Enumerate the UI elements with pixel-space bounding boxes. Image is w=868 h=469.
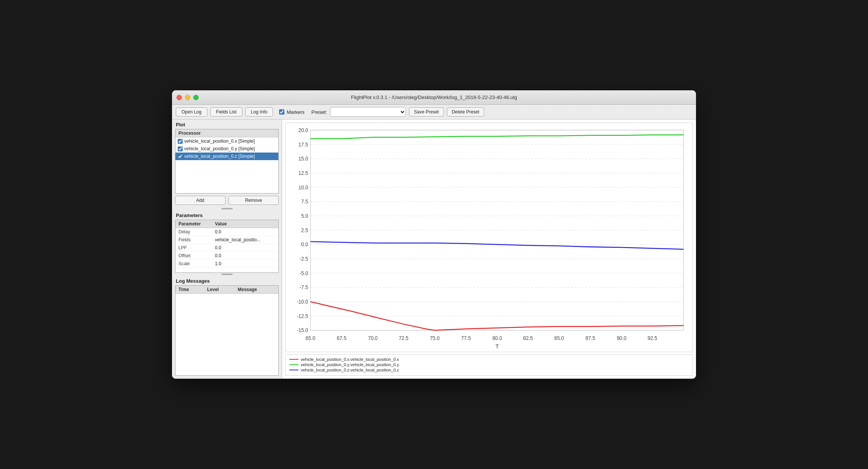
plot-section: Plot Processor vehicle_local_position_0.… [172,120,282,207]
legend-line-blue [289,370,298,370]
left-panel: Plot Processor vehicle_local_position_0.… [172,120,282,379]
save-preset-button[interactable]: Save Preset [409,107,443,116]
params-table-container: Parameter Value Delay0.0Fieldsvehicle_lo… [175,220,279,273]
markers-label: Markers [287,109,305,115]
right-panel: 20.0 17.5 15.0 12.5 10.0 7.5 5.0 2.5 0.0… [282,120,696,379]
legend-row-green: vehicle_local_position_0.y:vehicle_local… [289,362,399,367]
item-label-0: vehicle_local_position_0.x [Simple] [184,138,255,144]
list-item[interactable]: vehicle_local_position_0.z [Simple] [175,153,278,160]
svg-text:70.0: 70.0 [368,335,377,341]
delete-preset-button[interactable]: Delete Preset [447,107,485,116]
svg-text:80.0: 80.0 [492,335,502,341]
svg-text:-2.5: -2.5 [300,256,308,262]
add-button[interactable]: Add [175,196,226,205]
message-col-header: Message [235,286,278,294]
svg-text:-15.0: -15.0 [297,327,308,333]
param-name: Fields [175,236,212,244]
param-value: 0.0 [212,228,278,236]
parameters-section: Parameters Parameter Value Delay0.0Field… [172,210,282,273]
legend-row-red: vehicle_local_position_0.x:vehicle_local… [289,357,689,362]
open-log-button[interactable]: Open Log [176,107,207,116]
remove-button[interactable]: Remove [229,196,279,205]
log-messages-header: Log Messages [172,276,282,285]
log-table: Time Level Message [175,286,278,294]
svg-text:-7.5: -7.5 [300,285,308,290]
svg-text:85.0: 85.0 [554,335,564,341]
svg-text:77.5: 77.5 [461,335,471,341]
svg-text:20.0: 20.0 [298,127,308,133]
svg-text:90.0: 90.0 [617,335,626,341]
markers-area: Markers [279,109,305,115]
params-table: Parameter Value Delay0.0Fieldsvehicle_lo… [175,220,278,268]
table-row: Scale1.0 [175,260,278,268]
legend-row-blue: vehicle_local_position_0.z:vehicle_local… [289,368,689,372]
svg-text:-10.0: -10.0 [297,299,308,305]
table-row: LPF0.0 [175,244,278,252]
minimize-button[interactable] [185,95,190,100]
svg-text:T: T [496,343,499,349]
plot-processor-header: Processor [175,129,278,137]
legend-line-green [289,364,298,365]
svg-text:7.5: 7.5 [301,199,308,205]
svg-text:82.5: 82.5 [523,335,533,341]
table-row: Offset0.0 [175,252,278,260]
log-table-container: Time Level Message [175,285,279,376]
preset-select[interactable] [330,107,406,117]
level-col-header: Level [204,286,235,294]
plot-buttons: Add Remove [172,194,282,207]
svg-text:5.0: 5.0 [301,213,308,219]
svg-text:15.0: 15.0 [298,156,308,162]
legend-line-red [289,359,298,360]
fields-list-button[interactable]: Fields List [210,107,242,116]
divider-handle-2[interactable] [172,273,282,276]
table-row: Delay0.0 [175,228,278,236]
divider-handle[interactable] [172,207,282,210]
log-messages-section: Log Messages Time Level Message [172,276,282,379]
svg-text:72.5: 72.5 [399,335,408,341]
param-value: vehicle_local_positio... [212,236,278,244]
maximize-button[interactable] [193,95,199,100]
legend-area: vehicle_local_position_0.x:vehicle_local… [285,354,693,376]
item-checkbox-0[interactable] [178,139,183,144]
window-title: FlightPlot v.0.3.1 - /Users/oleg/Desktop… [351,94,517,100]
item-checkbox-2[interactable] [178,154,183,159]
item-label-1: vehicle_local_position_0.y [Simple] [184,146,255,151]
svg-text:0.0: 0.0 [301,242,308,247]
legend-text-green: vehicle_local_position_0.y:vehicle_local… [301,362,399,367]
svg-text:75.0: 75.0 [430,335,439,341]
close-button[interactable] [177,95,182,100]
value-col-header: Value [212,220,278,228]
legend-bottom-row: vehicle_local_position_0.y:vehicle_local… [289,362,689,368]
parameters-header: Parameters [172,210,282,220]
preset-label: Preset: [311,109,327,115]
list-item[interactable]: vehicle_local_position_0.y [Simple] [175,145,278,153]
item-checkbox-1[interactable] [178,146,183,151]
svg-rect-0 [286,123,693,352]
param-name: Offset [175,252,212,260]
time-col-header: Time [175,286,204,294]
markers-checkbox[interactable] [279,109,284,115]
param-name: LPF [175,244,212,252]
plot-list-container: Processor vehicle_local_position_0.x [Si… [175,129,279,194]
svg-text:65.0: 65.0 [306,335,315,341]
svg-text:87.5: 87.5 [586,335,595,341]
svg-text:-5.0: -5.0 [300,270,308,276]
svg-text:67.5: 67.5 [337,335,346,341]
titlebar: FlightPlot v.0.3.1 - /Users/oleg/Desktop… [172,90,696,105]
list-item[interactable]: vehicle_local_position_0.x [Simple] [175,137,278,145]
item-label-2: vehicle_local_position_0.z [Simple] [184,154,255,159]
svg-text:92.5: 92.5 [647,335,657,341]
traffic-lights [177,95,199,100]
param-name: Delay [175,228,212,236]
legend-text-red: vehicle_local_position_0.x:vehicle_local… [301,357,399,362]
divider-dots [221,208,233,209]
table-row: Fieldsvehicle_local_positio... [175,236,278,244]
chart-container: 20.0 17.5 15.0 12.5 10.0 7.5 5.0 2.5 0.0… [285,123,693,352]
log-info-button[interactable]: Log Info [245,107,273,116]
svg-text:-12.5: -12.5 [297,313,308,319]
plot-section-header: Plot [172,120,282,129]
svg-text:10.0: 10.0 [298,184,308,190]
main-area: Plot Processor vehicle_local_position_0.… [172,120,696,379]
chart-svg: 20.0 17.5 15.0 12.5 10.0 7.5 5.0 2.5 0.0… [286,123,693,352]
param-col-header: Parameter [175,220,212,228]
